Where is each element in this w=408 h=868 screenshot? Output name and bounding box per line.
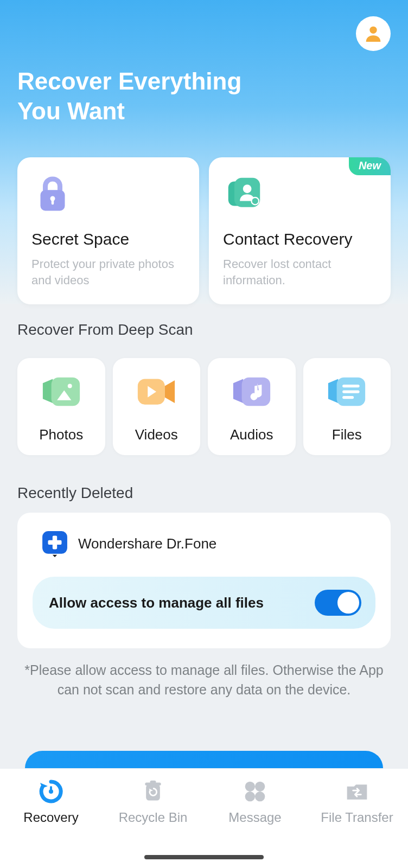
- permission-label: Allow access to manage all files: [49, 595, 264, 611]
- svg-point-9: [68, 384, 72, 388]
- profile-button[interactable]: [356, 16, 391, 51]
- photos-icon: [39, 374, 84, 409]
- svg-rect-8: [51, 378, 80, 406]
- app-name: Wondershare Dr.Fone: [78, 535, 216, 552]
- scan-label: Audios: [230, 426, 273, 443]
- svg-rect-15: [342, 396, 354, 399]
- header: Recover EverythingYou Want Secret Space …: [0, 0, 408, 304]
- drfone-app-icon: [41, 530, 68, 557]
- scan-photos[interactable]: Photos: [17, 358, 105, 455]
- feature-desc: Protect your private photos and videos: [31, 256, 185, 288]
- toggle-knob: [337, 592, 359, 614]
- svg-point-7: [252, 197, 259, 205]
- nav-file-transfer[interactable]: File Transfer: [306, 775, 408, 868]
- svg-point-6: [243, 184, 252, 193]
- home-indicator[interactable]: [144, 855, 264, 859]
- svg-point-27: [255, 792, 265, 801]
- svg-rect-20: [50, 786, 52, 793]
- recovery-icon: [38, 778, 64, 805]
- nav-label: File Transfer: [321, 810, 393, 825]
- nav-recycle-bin[interactable]: Recycle Bin: [102, 775, 204, 868]
- bottom-nav: Recovery Recycle Bin Message: [0, 768, 408, 868]
- svg-rect-13: [342, 385, 360, 387]
- primary-cta-button[interactable]: [25, 751, 383, 768]
- scan-label: Videos: [135, 426, 178, 443]
- feature-title: Contact Recovery: [223, 230, 377, 248]
- file-transfer-icon: [344, 778, 370, 805]
- deep-scan-grid: Photos Videos Audios: [0, 358, 408, 455]
- svg-point-26: [245, 792, 255, 801]
- permission-block: Allow access to manage all files: [33, 577, 375, 629]
- recycle-bin-icon: [140, 778, 166, 805]
- scan-label: Photos: [39, 426, 83, 443]
- permission-note: *Please allow access to manage all files…: [0, 648, 408, 700]
- svg-point-0: [369, 27, 377, 34]
- nav-recovery[interactable]: Recovery: [0, 775, 102, 868]
- recent-card: Wondershare Dr.Fone Allow access to mana…: [17, 513, 391, 648]
- deep-scan-heading: Recover From Deep Scan: [0, 321, 408, 339]
- contact-icon: [223, 173, 265, 215]
- svg-rect-18: [48, 540, 62, 545]
- page-title: Recover EverythingYou Want: [17, 66, 391, 126]
- scan-audios[interactable]: Audios: [208, 358, 296, 455]
- scan-label: Files: [332, 426, 362, 443]
- nav-label: Recovery: [23, 810, 78, 825]
- svg-rect-21: [146, 784, 160, 800]
- recent-heading: Recently Deleted: [0, 484, 408, 502]
- audios-icon: [229, 374, 275, 409]
- svg-rect-23: [150, 781, 156, 784]
- svg-point-25: [255, 782, 265, 792]
- scan-files[interactable]: Files: [303, 358, 391, 455]
- app-row: Wondershare Dr.Fone: [33, 530, 375, 557]
- nav-label: Message: [228, 810, 281, 825]
- files-icon: [324, 374, 369, 409]
- svg-rect-14: [342, 390, 360, 393]
- permission-toggle[interactable]: [315, 590, 361, 616]
- scan-videos[interactable]: Videos: [113, 358, 201, 455]
- lock-icon: [31, 173, 74, 215]
- svg-point-24: [245, 782, 255, 792]
- nav-label: Recycle Bin: [119, 810, 188, 825]
- new-badge: New: [349, 157, 391, 175]
- nav-message[interactable]: Message: [204, 775, 306, 868]
- feature-title: Secret Space: [31, 230, 185, 248]
- secret-space-card[interactable]: Secret Space Protect your private photos…: [17, 157, 199, 304]
- feature-cards: Secret Space Protect your private photos…: [17, 157, 391, 304]
- svg-rect-3: [52, 200, 54, 205]
- videos-icon: [133, 374, 179, 409]
- contact-recovery-card[interactable]: New Contact Recovery Recover lost contac…: [209, 157, 391, 304]
- message-icon: [242, 778, 268, 805]
- feature-desc: Recover lost contact information.: [223, 256, 377, 288]
- user-icon: [362, 23, 384, 44]
